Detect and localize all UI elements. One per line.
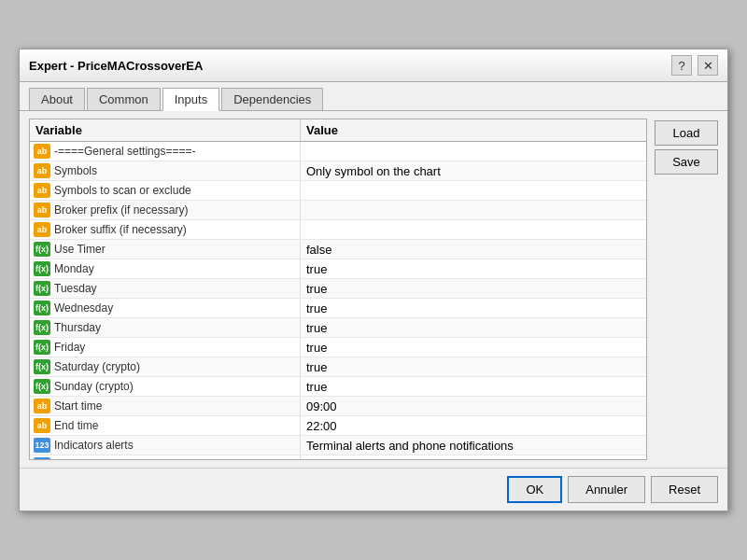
ab-icon: ab xyxy=(34,399,50,413)
cell-variable: f(x) Saturday (crypto) xyxy=(30,357,301,376)
tab-common[interactable]: Common xyxy=(87,88,161,110)
fx-icon: f(x) xyxy=(34,359,50,374)
ab-icon: ab xyxy=(34,203,50,217)
table-row[interactable]: ab Symbols Only symbol on the chart xyxy=(30,161,646,181)
fx-icon: f(x) xyxy=(34,242,50,257)
cell-variable: f(x) Monday xyxy=(30,259,301,278)
variable-label: -====General settings====- xyxy=(54,145,195,158)
annuler-button[interactable]: Annuler xyxy=(568,476,645,503)
123-icon: 123 xyxy=(34,457,50,459)
cell-variable: 123 Trading alerts xyxy=(30,455,301,459)
cell-variable: ab Broker prefix (if necessary) xyxy=(30,201,301,219)
cell-variable: f(x) Sunday (crypto) xyxy=(30,377,301,396)
main-content: Variable Value ab -====General settings=… xyxy=(20,111,727,468)
table-row[interactable]: ab Broker suffix (if necessary) xyxy=(30,220,646,240)
table-row[interactable]: ab -====General settings====- xyxy=(30,142,646,161)
table-row[interactable]: f(x) Sunday (crypto) true xyxy=(30,377,646,397)
col-variable-header: Variable xyxy=(30,119,301,141)
table-row[interactable]: f(x) Friday true xyxy=(30,338,646,357)
cell-variable: 123 Indicators alerts xyxy=(30,436,301,455)
variable-label: Broker prefix (if necessary) xyxy=(54,203,188,217)
ok-button[interactable]: OK xyxy=(507,476,562,503)
table-row[interactable]: ab End time 22:00 xyxy=(30,416,646,436)
cell-variable: ab End time xyxy=(30,416,301,435)
cell-value: true xyxy=(301,377,646,396)
table-row[interactable]: 123 Indicators alerts Terminal alerts an… xyxy=(30,436,646,455)
ab-icon: ab xyxy=(34,418,50,433)
tab-about[interactable]: About xyxy=(29,88,85,110)
table-row[interactable]: f(x) Thursday true xyxy=(30,318,646,338)
close-button[interactable]: ✕ xyxy=(698,55,718,76)
cell-variable: ab Symbols xyxy=(30,161,301,180)
variable-label: Wednesday xyxy=(54,301,113,315)
table-row[interactable]: ab Start time 09:00 xyxy=(30,397,646,416)
table-header: Variable Value xyxy=(30,119,646,142)
fx-icon: f(x) xyxy=(34,301,50,315)
fx-icon: f(x) xyxy=(34,320,50,335)
table-row[interactable]: ab Symbols to scan or exclude xyxy=(30,181,646,201)
table-body[interactable]: ab -====General settings====- ab Symbols… xyxy=(30,142,646,459)
cell-variable: f(x) Wednesday xyxy=(30,299,301,317)
variable-label: Sunday (crypto) xyxy=(54,380,134,393)
123-icon: 123 xyxy=(34,438,50,453)
cell-variable: f(x) Friday xyxy=(30,338,301,357)
variable-label: Monday xyxy=(54,262,94,275)
title-controls: ? ✕ xyxy=(671,55,718,76)
expert-window: Expert - PriceMACrossoverEA ? ✕ About Co… xyxy=(19,49,728,511)
footer: OK Annuler Reset xyxy=(20,468,727,511)
tab-bar: About Common Inputs Dependencies xyxy=(20,82,727,111)
tab-dependencies[interactable]: Dependencies xyxy=(221,88,323,110)
ab-icon: ab xyxy=(34,144,50,159)
cell-variable: ab Symbols to scan or exclude xyxy=(30,181,301,200)
variable-label: Friday xyxy=(54,341,85,354)
table-row[interactable]: f(x) Tuesday true xyxy=(30,279,646,299)
cell-variable: f(x) Tuesday xyxy=(30,279,301,298)
window-title: Expert - PriceMACrossoverEA xyxy=(29,59,203,73)
table-row[interactable]: f(x) Wednesday true xyxy=(30,299,646,318)
variables-table: Variable Value ab -====General settings=… xyxy=(29,119,647,460)
cell-variable: ab -====General settings====- xyxy=(30,142,301,161)
cell-value: Only symbol on the chart xyxy=(301,161,646,180)
table-row[interactable]: f(x) Monday true xyxy=(30,259,646,279)
variable-label: Trading alerts xyxy=(54,458,122,459)
variable-label: Tuesday xyxy=(54,282,97,295)
cell-value: false xyxy=(301,240,646,259)
cell-value: true xyxy=(301,279,646,298)
cell-value xyxy=(301,201,646,219)
side-buttons: Load Save xyxy=(655,119,718,460)
table-row[interactable]: f(x) Saturday (crypto) true xyxy=(30,357,646,377)
cell-value: true xyxy=(301,318,646,337)
variable-label: End time xyxy=(54,419,98,432)
cell-value: Terminal alerts and phone notifications xyxy=(301,455,646,459)
variable-label: Use Timer xyxy=(54,243,106,256)
tab-inputs[interactable]: Inputs xyxy=(162,88,219,111)
table-row[interactable]: f(x) Use Timer false xyxy=(30,240,646,259)
variable-label: Saturday (crypto) xyxy=(54,360,140,373)
variable-label: Start time xyxy=(54,399,102,413)
cell-value: true xyxy=(301,299,646,317)
table-row[interactable]: 123 Trading alerts Terminal alerts and p… xyxy=(30,455,646,459)
load-button[interactable]: Load xyxy=(655,120,718,146)
ab-icon: ab xyxy=(34,163,50,178)
ab-icon: ab xyxy=(34,183,50,198)
help-button[interactable]: ? xyxy=(671,55,692,76)
table-row[interactable]: ab Broker prefix (if necessary) xyxy=(30,201,646,220)
cell-value: true xyxy=(301,338,646,357)
reset-button[interactable]: Reset xyxy=(651,476,718,503)
variable-label: Symbols to scan or exclude xyxy=(54,184,191,197)
save-button[interactable]: Save xyxy=(655,149,718,175)
cell-value xyxy=(301,220,646,239)
cell-variable: ab Broker suffix (if necessary) xyxy=(30,220,301,239)
fx-icon: f(x) xyxy=(34,261,50,276)
variable-label: Broker suffix (if necessary) xyxy=(54,223,187,236)
cell-value xyxy=(301,142,646,161)
variable-label: Thursday xyxy=(54,321,101,334)
cell-value xyxy=(301,181,646,200)
variable-label: Indicators alerts xyxy=(54,439,134,452)
cell-value: true xyxy=(301,259,646,278)
fx-icon: f(x) xyxy=(34,340,50,355)
cell-value: 09:00 xyxy=(301,397,646,415)
fx-icon: f(x) xyxy=(34,379,50,394)
col-value-header: Value xyxy=(301,119,646,141)
cell-value: Terminal alerts and phone notifications xyxy=(301,436,646,455)
